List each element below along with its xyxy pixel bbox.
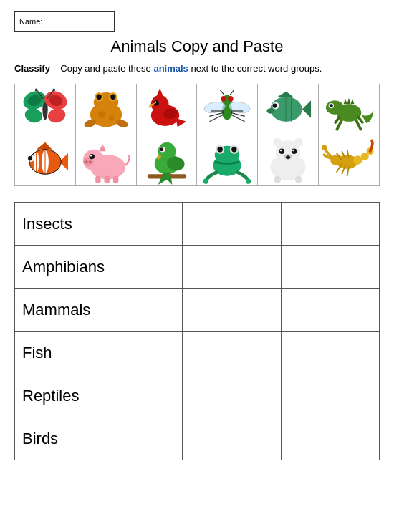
instructions: Classify – Copy and paste these animals … <box>14 63 380 74</box>
category-slot-insects-2[interactable] <box>281 203 379 246</box>
svg-point-76 <box>89 161 92 164</box>
svg-marker-61 <box>351 99 355 104</box>
page-title: Animals Copy and Paste <box>14 37 380 56</box>
animal-cell-frog[interactable] <box>75 84 136 135</box>
category-slot-reptiles-1[interactable] <box>183 374 281 417</box>
svg-point-87 <box>160 148 163 152</box>
animal-cell-butterfly[interactable] <box>15 84 76 135</box>
category-label-insects: Insects <box>15 203 183 246</box>
svg-point-96 <box>218 147 223 153</box>
name-label: Name: <box>19 17 42 26</box>
svg-marker-50 <box>277 92 293 97</box>
category-slot-reptiles-2[interactable] <box>281 374 379 417</box>
svg-point-99 <box>246 179 251 184</box>
svg-point-46 <box>273 104 277 108</box>
category-slot-amphibians-2[interactable] <box>281 246 379 289</box>
svg-marker-79 <box>99 145 106 152</box>
svg-rect-110 <box>274 176 281 183</box>
instruction-text: – Copy and paste these <box>50 63 154 74</box>
category-row-birds: Birds <box>15 417 380 460</box>
svg-point-20 <box>108 116 113 121</box>
category-slot-birds-2[interactable] <box>281 417 379 460</box>
animal-cell-treefrog[interactable] <box>197 135 258 186</box>
svg-point-47 <box>267 109 274 114</box>
category-label-reptiles: Reptiles <box>15 374 183 417</box>
svg-point-114 <box>353 156 362 165</box>
parrot-icon <box>140 135 193 185</box>
category-slot-fish-1[interactable] <box>183 332 281 374</box>
polarbear-icon <box>261 135 314 185</box>
svg-rect-111 <box>295 176 302 183</box>
cardinal-icon <box>140 84 193 134</box>
category-row-amphibians: Amphibians <box>15 246 380 289</box>
category-slot-fish-2[interactable] <box>281 332 379 374</box>
svg-point-75 <box>85 161 88 164</box>
instruction-blue: animals <box>153 63 188 74</box>
category-row-fish: Fish <box>15 332 380 374</box>
category-row-insects: Insects <box>15 203 380 246</box>
svg-rect-82 <box>113 176 118 183</box>
tropicalfish-icon <box>261 84 314 134</box>
svg-point-8 <box>35 89 38 92</box>
svg-line-41 <box>221 90 225 95</box>
animal-cell-polarbear[interactable] <box>258 135 319 186</box>
animal-cell-pig[interactable] <box>75 135 136 186</box>
animal-cell-tropicalfish[interactable] <box>258 84 319 135</box>
category-slot-insects-1[interactable] <box>183 203 281 246</box>
category-row-mammals: Mammals <box>15 289 380 332</box>
svg-point-32 <box>229 97 234 102</box>
svg-rect-80 <box>95 176 100 183</box>
category-row-reptiles: Reptiles <box>15 374 380 417</box>
animal-grid <box>14 84 380 186</box>
animal-cell-fly[interactable] <box>197 84 258 135</box>
category-label-birds: Birds <box>15 417 183 460</box>
fly-icon <box>201 84 254 134</box>
svg-point-106 <box>279 149 284 154</box>
svg-point-105 <box>286 156 290 160</box>
svg-point-52 <box>326 101 344 115</box>
svg-marker-44 <box>302 101 311 119</box>
lizard-icon <box>322 84 375 134</box>
instruction-bold: Classify <box>14 63 50 74</box>
svg-marker-23 <box>156 88 163 97</box>
svg-point-16 <box>110 95 115 100</box>
instruction-end: next to the correct word groups. <box>188 63 322 74</box>
svg-point-77 <box>89 154 94 159</box>
animal-cell-scorpion[interactable] <box>319 135 380 186</box>
animal-cell-clownfish[interactable] <box>15 135 76 186</box>
svg-point-108 <box>280 150 282 151</box>
svg-marker-28 <box>176 118 186 127</box>
svg-point-54 <box>330 105 333 108</box>
svg-rect-81 <box>104 176 109 183</box>
svg-point-15 <box>96 95 101 100</box>
category-slot-mammals-2[interactable] <box>281 289 379 332</box>
name-field[interactable]: Name: <box>14 11 115 32</box>
frog-icon <box>80 84 133 134</box>
classification-table: Insects Amphibians Mammals Fish Reptiles… <box>14 202 380 460</box>
animal-cell-parrot[interactable] <box>136 135 197 186</box>
pig-icon <box>80 135 133 185</box>
category-label-fish: Fish <box>15 332 183 374</box>
category-label-mammals: Mammals <box>15 289 183 332</box>
category-label-amphibians: Amphibians <box>15 246 183 289</box>
category-slot-amphibians-1[interactable] <box>183 246 281 289</box>
svg-point-102 <box>273 138 282 147</box>
butterfly-icon <box>19 84 72 134</box>
clownfish-icon <box>19 135 72 185</box>
svg-point-109 <box>292 150 294 151</box>
scorpion-icon <box>322 135 375 185</box>
category-slot-birds-1[interactable] <box>183 417 281 460</box>
svg-marker-60 <box>347 98 351 105</box>
svg-point-107 <box>292 149 297 154</box>
svg-point-10 <box>52 89 55 92</box>
svg-point-31 <box>221 97 226 102</box>
animal-cell-cardinal[interactable] <box>136 84 197 135</box>
animal-cell-lizard[interactable] <box>319 84 380 135</box>
svg-point-78 <box>90 155 92 157</box>
svg-line-42 <box>230 90 234 95</box>
category-slot-mammals-1[interactable] <box>183 289 281 332</box>
svg-marker-70 <box>37 142 52 150</box>
svg-point-3 <box>23 107 44 125</box>
treefrog-icon <box>201 135 254 185</box>
svg-marker-67 <box>59 153 68 171</box>
